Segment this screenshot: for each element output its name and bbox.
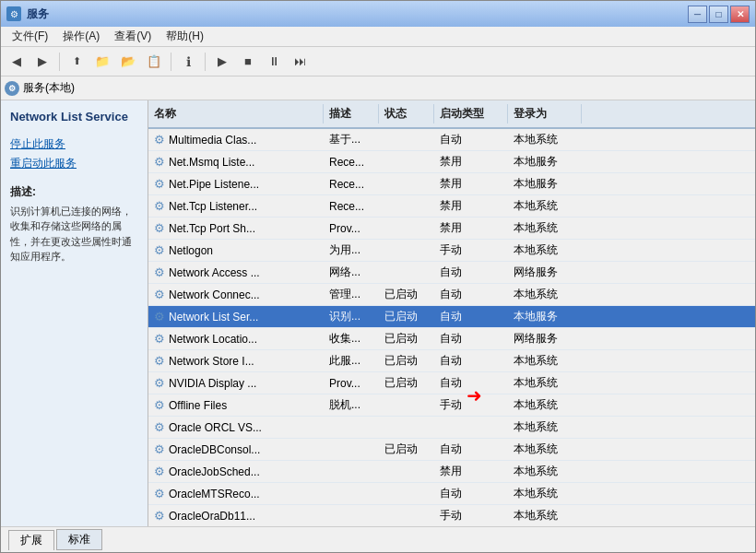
table-row[interactable]: ⚙Multimedia Clas...基于...自动本地系统 bbox=[148, 129, 755, 151]
td-startup: 手动 bbox=[434, 240, 508, 261]
cell-text-desc: Prov... bbox=[329, 222, 360, 235]
table-row[interactable]: ⚙Offline Files脱机...手动本地系统 bbox=[148, 394, 755, 417]
copy-button[interactable]: 📋 bbox=[142, 51, 166, 73]
title-bar-buttons: ─ □ ✕ bbox=[688, 6, 750, 23]
td-status bbox=[379, 417, 434, 438]
td-startup: 禁用 bbox=[434, 151, 508, 172]
table-row[interactable]: ⚙Net.Pipe Listene...Rece...禁用本地服务 bbox=[148, 173, 755, 195]
back-button[interactable]: ◀ bbox=[5, 51, 29, 73]
restart-service-link[interactable]: 重启动此服务 bbox=[10, 156, 138, 171]
close-button[interactable]: ✕ bbox=[730, 6, 750, 23]
tab-expand[interactable]: 扩展 bbox=[8, 530, 54, 550]
cell-text-name: Network Locatio... bbox=[169, 333, 257, 346]
cell-text-startup: 自动 bbox=[440, 309, 462, 324]
table-row[interactable]: ⚙Netlogon为用...手动本地系统 bbox=[148, 240, 755, 262]
cell-text-logon: 本地服务 bbox=[514, 176, 558, 192]
td-startup: 自动 bbox=[434, 372, 508, 394]
cell-text-startup: 手动 bbox=[440, 508, 462, 524]
stop-button[interactable]: ■ bbox=[236, 51, 260, 73]
cell-text-desc: 收集... bbox=[329, 331, 360, 347]
right-panel-wrapper: ➜ 名称 描述 状态 启动类型 登录为 ⚙Multimedia Clas...基… bbox=[148, 100, 755, 526]
app-icon: ⚙ bbox=[6, 6, 21, 21]
restart-button[interactable]: ⏭ bbox=[288, 51, 312, 73]
gear-icon: ⚙ bbox=[154, 133, 165, 147]
table-row[interactable]: ⚙Network Connec...管理...已启动自动本地系统 bbox=[148, 284, 755, 306]
td-logon: 本地系统 bbox=[508, 461, 582, 482]
cell-text-status: 已启动 bbox=[384, 353, 418, 369]
gear-icon: ⚙ bbox=[154, 288, 165, 301]
td-name: ⚙Offline Files bbox=[148, 394, 324, 416]
td-startup: 自动 bbox=[434, 284, 508, 305]
info-button[interactable]: ℹ bbox=[176, 51, 200, 73]
cell-text-startup: 自动 bbox=[440, 331, 462, 347]
menu-help[interactable]: 帮助(H) bbox=[159, 27, 211, 46]
up-button[interactable]: ⬆ bbox=[65, 51, 89, 73]
td-desc: 此服... bbox=[324, 350, 379, 371]
maximize-button[interactable]: □ bbox=[709, 6, 728, 23]
cell-text-name: Oracle ORCL VS... bbox=[169, 421, 262, 434]
td-startup: 自动 bbox=[434, 439, 508, 460]
table-row[interactable]: ⚙Net.Msmq Liste...Rece...禁用本地服务 bbox=[148, 151, 755, 173]
table-row[interactable]: ⚙Oracle ORCL VS...本地系统 bbox=[148, 417, 755, 439]
td-startup: 禁用 bbox=[434, 461, 508, 482]
cell-text-logon: 本地系统 bbox=[514, 486, 558, 501]
td-logon: 本地系统 bbox=[508, 195, 582, 217]
gear-icon: ⚙ bbox=[154, 332, 165, 346]
table-row[interactable]: ⚙Net.Tcp Port Sh...Prov...禁用本地系统 bbox=[148, 218, 755, 240]
td-desc: 基于... bbox=[324, 129, 379, 150]
td-startup: 禁用 bbox=[434, 218, 508, 239]
table-row[interactable]: ⚙OracleJobSched...禁用本地系统 bbox=[148, 461, 755, 483]
table-row[interactable]: ⚙NVIDIA Display ...Prov...已启动自动本地系统 bbox=[148, 372, 755, 394]
forward-button[interactable]: ▶ bbox=[30, 51, 54, 73]
gear-icon: ⚙ bbox=[154, 420, 165, 434]
gear-icon: ⚙ bbox=[154, 265, 165, 279]
gear-icon: ⚙ bbox=[154, 155, 165, 169]
stop-service-link[interactable]: 停止此服务 bbox=[10, 136, 138, 152]
cell-text-name: Network Connec... bbox=[169, 288, 260, 301]
table-row[interactable]: ⚙Network Access ...网络...自动网络服务 bbox=[148, 262, 755, 284]
table-row[interactable]: ⚙OracleOraDb11...手动本地系统 bbox=[148, 505, 755, 526]
td-name: ⚙Multimedia Clas... bbox=[148, 129, 324, 150]
td-startup: 禁用 bbox=[434, 195, 508, 217]
cell-text-name: Netlogon bbox=[169, 244, 213, 257]
table-row[interactable]: ⚙OracleDBConsol...已启动自动本地系统 bbox=[148, 439, 755, 461]
menu-bar: 文件(F) 操作(A) 查看(V) 帮助(H) bbox=[1, 27, 755, 47]
play-button[interactable]: ▶ bbox=[210, 51, 234, 73]
folder-button[interactable]: 📁 bbox=[90, 51, 114, 73]
td-desc: 为用... bbox=[324, 240, 379, 261]
toolbar-separator-1 bbox=[59, 53, 60, 71]
cell-text-name: Net.Tcp Port Sh... bbox=[169, 222, 255, 235]
table-row[interactable]: ⚙Network Locatio...收集...已启动自动网络服务 bbox=[148, 328, 755, 350]
cell-text-logon: 网络服务 bbox=[514, 265, 558, 280]
table-row[interactable]: ⚙OracleMTSReco...自动本地系统 bbox=[148, 483, 755, 505]
table-row[interactable]: ⚙Net.Tcp Listener...Rece...禁用本地系统 bbox=[148, 195, 755, 218]
td-name: ⚙NVIDIA Display ... bbox=[148, 372, 324, 394]
td-logon: 网络服务 bbox=[508, 262, 582, 283]
cell-text-name: Network List Ser... bbox=[169, 311, 258, 324]
cell-text-startup: 自动 bbox=[440, 375, 462, 391]
table-row[interactable]: ⚙Network Store I...此服...已启动自动本地系统 bbox=[148, 350, 755, 372]
td-logon: 本地服务 bbox=[508, 151, 582, 172]
td-status bbox=[379, 218, 434, 239]
folder2-button[interactable]: 📂 bbox=[116, 51, 140, 73]
table-body: ⚙Multimedia Clas...基于...自动本地系统⚙Net.Msmq … bbox=[148, 129, 755, 526]
menu-action[interactable]: 操作(A) bbox=[55, 27, 107, 46]
td-name: ⚙Oracle ORCL VS... bbox=[148, 417, 324, 438]
cell-text-logon: 本地系统 bbox=[514, 198, 558, 214]
pause-button[interactable]: ⏸ bbox=[262, 51, 286, 73]
cell-text-logon: 本地系统 bbox=[514, 353, 558, 369]
td-logon: 网络服务 bbox=[508, 328, 582, 349]
right-panel: 名称 描述 状态 启动类型 登录为 ⚙Multimedia Clas...基于.… bbox=[148, 100, 755, 526]
cell-text-logon: 本地服务 bbox=[514, 309, 558, 324]
td-status: 已启动 bbox=[379, 439, 434, 460]
menu-view[interactable]: 查看(V) bbox=[107, 27, 159, 46]
cell-text-startup: 禁用 bbox=[440, 176, 462, 192]
cell-text-startup: 自动 bbox=[440, 486, 462, 501]
cell-text-desc: 此服... bbox=[329, 353, 360, 369]
table-row[interactable]: ⚙Network List Ser...识别...已启动自动本地服务 bbox=[148, 306, 755, 328]
cell-text-logon: 本地系统 bbox=[514, 441, 558, 457]
minimize-button[interactable]: ─ bbox=[688, 6, 707, 23]
menu-file[interactable]: 文件(F) bbox=[5, 27, 55, 46]
tab-standard[interactable]: 标准 bbox=[56, 529, 102, 550]
td-name: ⚙Netlogon bbox=[148, 240, 324, 261]
